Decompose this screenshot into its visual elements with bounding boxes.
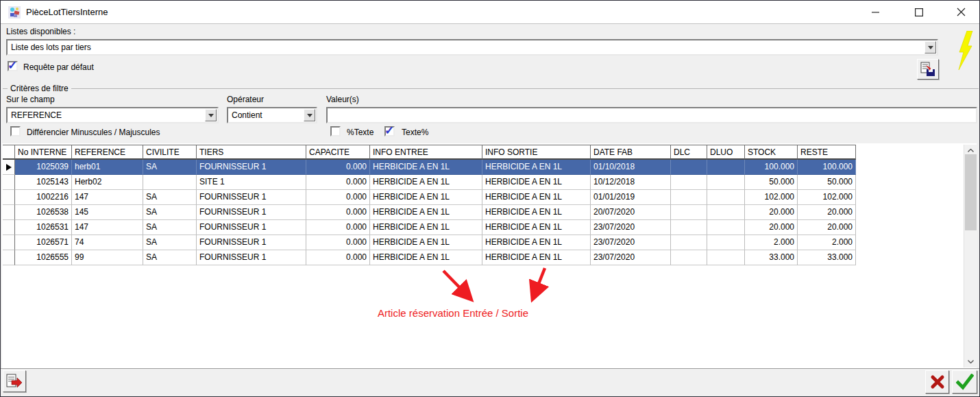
cell: FOURNISSEUR 1	[197, 220, 306, 235]
pct-texte-checkbox[interactable]: ✓	[330, 126, 341, 136]
cell: 0.000	[306, 175, 370, 190]
column-header-info-entree[interactable]: INFO ENTREE	[370, 145, 482, 160]
cell: HERBICIDE A EN 1L	[370, 220, 482, 235]
cell: HERBICIDE A EN 1L	[370, 160, 482, 175]
cell	[671, 175, 707, 190]
cancel-button[interactable]	[925, 370, 949, 394]
column-header-civilite[interactable]: CIVILITE	[143, 145, 197, 160]
cell: 0.000	[306, 190, 370, 205]
cell	[707, 235, 745, 250]
check-icon: ✓	[384, 123, 394, 138]
row-selector[interactable]	[3, 250, 15, 265]
cell	[707, 250, 745, 265]
validate-button[interactable]	[952, 370, 977, 394]
row-selector[interactable]	[3, 175, 15, 190]
cell: 20.000	[798, 220, 856, 235]
values-input-wrap	[326, 107, 977, 123]
case-sensitive-checkbox[interactable]: ✓	[10, 126, 21, 136]
list-combobox-value: Liste des lots par tiers	[11, 41, 923, 53]
cell: 1026571	[15, 235, 72, 250]
table-row[interactable]: 1025143Herb02SITE 10.000HERBICIDE A EN 1…	[3, 175, 856, 190]
cell: 50.000	[798, 175, 856, 190]
cell	[671, 160, 707, 175]
operator-combobox[interactable]: Contient	[227, 107, 317, 123]
list-combobox-arrow[interactable]	[924, 41, 936, 53]
minimize-button[interactable]	[860, 1, 892, 23]
maximize-button[interactable]	[903, 1, 935, 23]
table-row[interactable]: 102657174SAFOURNISSEUR 10.000HERBICIDE A…	[3, 235, 856, 250]
row-selector[interactable]	[3, 160, 15, 175]
scroll-down-button[interactable]	[964, 356, 977, 368]
operator-combobox-arrow[interactable]	[304, 109, 315, 121]
row-selector[interactable]	[3, 220, 15, 235]
cell	[671, 235, 707, 250]
column-header-dluo[interactable]: DLUO	[707, 145, 745, 160]
field-combobox[interactable]: REFERENCE	[6, 107, 219, 123]
vertical-scrollbar[interactable]	[964, 145, 977, 368]
close-button[interactable]	[945, 1, 977, 23]
table-row[interactable]: 1026531147SAFOURNISSEUR 10.000HERBICIDE …	[3, 220, 856, 235]
column-header-reference[interactable]: REFERENCE	[72, 145, 143, 160]
cell: 100.000	[745, 160, 798, 175]
green-check-icon	[956, 374, 974, 390]
table-row[interactable]: 1025039herb01SAFOURNISSEUR 10.000HERBICI…	[3, 160, 856, 175]
cell: HERBICIDE A EN 1L	[370, 235, 482, 250]
cell	[143, 175, 197, 190]
column-header-tiers[interactable]: TIERS	[197, 145, 306, 160]
cell: 0.000	[306, 250, 370, 265]
filter-group-label: Critères de filtre	[8, 84, 71, 93]
annotation-text: Article réservation Entrée / Sortie	[357, 307, 549, 319]
cell: 50.000	[745, 175, 798, 190]
cell: 147	[72, 190, 143, 205]
cell: FOURNISSEUR 1	[197, 205, 306, 220]
cell: 102.000	[798, 190, 856, 205]
cell	[707, 220, 745, 235]
scrollbar-thumb[interactable]	[965, 154, 977, 230]
cell: 2.000	[745, 235, 798, 250]
chevron-down-icon	[307, 114, 313, 117]
column-header-reste[interactable]: RESTE	[798, 145, 856, 160]
column-header-no-interne[interactable]: No INTERNE	[15, 145, 72, 160]
row-selector[interactable]	[3, 205, 15, 220]
row-selector[interactable]	[3, 235, 15, 250]
cell: FOURNISSEUR 1	[197, 250, 306, 265]
table-row[interactable]: 1002216147SAFOURNISSEUR 10.000HERBICIDE …	[3, 190, 856, 205]
cell: 0.000	[306, 220, 370, 235]
cell: FOURNISSEUR 1	[197, 190, 306, 205]
cell: SA	[143, 250, 197, 265]
cell	[671, 250, 707, 265]
column-header-capacite[interactable]: CAPACITE	[306, 145, 370, 160]
cell: 23/07/2020	[591, 235, 671, 250]
chevron-down-icon	[928, 46, 933, 49]
save-list-button[interactable]	[917, 59, 939, 80]
table-row[interactable]: 1026538145SAFOURNISSEUR 10.000HERBICIDE …	[3, 205, 856, 220]
filter-group-border	[3, 88, 979, 90]
table-row[interactable]: 102655599SAFOURNISSEUR 10.000HERBICIDE A…	[3, 250, 856, 265]
list-combobox[interactable]: Liste des lots par tiers	[6, 39, 938, 56]
column-header-date-fab[interactable]: DATE FAB	[591, 145, 671, 160]
red-cross-icon	[930, 374, 945, 389]
export-button[interactable]	[3, 370, 26, 392]
pct-texte-label: %Texte	[347, 128, 373, 137]
check-icon: ✓	[8, 58, 17, 73]
cell: HERBICIDE A EN 1L	[482, 250, 591, 265]
column-header-info-sortie[interactable]: INFO SORTIE	[482, 145, 591, 160]
cell	[707, 190, 745, 205]
field-combobox-arrow[interactable]	[205, 109, 217, 121]
cell: 0.000	[306, 160, 370, 175]
cell: Herb02	[72, 175, 143, 190]
default-query-checkbox[interactable]: ✓	[8, 61, 18, 71]
cell	[671, 205, 707, 220]
cell: 33.000	[745, 250, 798, 265]
lightning-bolt-icon	[956, 31, 974, 71]
column-header-stock[interactable]: STOCK	[745, 145, 798, 160]
column-header-dlc[interactable]: DLC	[671, 145, 707, 160]
texte-pct-label: Texte%	[402, 128, 428, 137]
cell: 23/07/2020	[591, 220, 671, 235]
cell: FOURNISSEUR 1	[197, 235, 306, 250]
texte-pct-checkbox[interactable]: ✓	[384, 126, 395, 136]
row-selector[interactable]	[3, 190, 15, 205]
current-row-pointer-icon	[6, 164, 12, 171]
cell: 74	[72, 235, 143, 250]
values-input[interactable]	[328, 108, 976, 122]
